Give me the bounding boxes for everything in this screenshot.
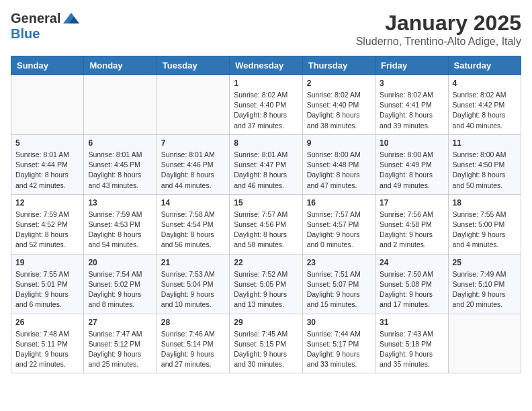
sunrise-text: Sunrise: 8:02 AM [307, 91, 361, 99]
sunset-text: Sunset: 4:54 PM [161, 220, 214, 228]
sunrise-text: Sunrise: 7:49 AM [453, 270, 506, 278]
sunset-text: Sunset: 5:18 PM [380, 340, 432, 348]
sunset-text: Sunset: 4:45 PM [88, 161, 140, 169]
day-info: Sunrise: 7:57 AM Sunset: 4:57 PM Dayligh… [307, 210, 371, 250]
daylight-text: Daylight: 8 hours and 47 minutes. [307, 171, 360, 189]
sunset-text: Sunset: 4:58 PM [380, 220, 432, 228]
sunset-text: Sunset: 5:00 PM [453, 220, 505, 228]
sunset-text: Sunset: 4:48 PM [307, 161, 359, 169]
sunset-text: Sunset: 5:12 PM [88, 340, 140, 348]
day-info: Sunrise: 8:02 AM Sunset: 4:41 PM Dayligh… [380, 90, 443, 131]
daylight-text: Daylight: 8 hours and 44 minutes. [161, 171, 214, 189]
day-info: Sunrise: 7:54 AM Sunset: 5:02 PM Dayligh… [88, 269, 152, 310]
day-number: 5 [15, 138, 79, 148]
calendar-cell: 9 Sunrise: 8:00 AM Sunset: 4:48 PM Dayli… [302, 134, 375, 194]
weekday-header: Wednesday [230, 56, 302, 75]
daylight-text: Daylight: 9 hours and 8 minutes. [88, 290, 141, 308]
day-info: Sunrise: 7:56 AM Sunset: 4:58 PM Dayligh… [380, 210, 443, 250]
sunset-text: Sunset: 4:40 PM [307, 101, 359, 109]
day-number: 13 [88, 198, 152, 208]
calendar-cell: 11 Sunrise: 8:00 AM Sunset: 4:50 PM Dayl… [448, 134, 521, 194]
weekday-header: Thursday [302, 56, 375, 75]
sunset-text: Sunset: 5:10 PM [453, 280, 505, 288]
sunset-text: Sunset: 4:53 PM [88, 220, 140, 228]
day-number: 1 [234, 79, 298, 88]
calendar-cell: 12 Sunrise: 7:59 AM Sunset: 4:52 PM Dayl… [11, 194, 84, 254]
logo-icon [62, 11, 81, 26]
calendar-cell: 3 Sunrise: 8:02 AM Sunset: 4:41 PM Dayli… [375, 75, 448, 135]
day-info: Sunrise: 7:52 AM Sunset: 5:05 PM Dayligh… [234, 269, 298, 310]
calendar-cell: 19 Sunrise: 7:55 AM Sunset: 5:01 PM Dayl… [11, 254, 84, 314]
calendar-cell: 8 Sunrise: 8:01 AM Sunset: 4:47 PM Dayli… [230, 134, 302, 194]
sunrise-text: Sunrise: 7:56 AM [380, 210, 433, 218]
sunset-text: Sunset: 4:50 PM [453, 161, 505, 169]
day-info: Sunrise: 8:01 AM Sunset: 4:46 PM Dayligh… [161, 150, 225, 191]
daylight-text: Daylight: 9 hours and 15 minutes. [307, 290, 360, 308]
calendar-cell [157, 75, 229, 135]
weekday-header: Sunday [11, 56, 84, 75]
daylight-text: Daylight: 9 hours and 25 minutes. [88, 350, 141, 368]
calendar-cell: 17 Sunrise: 7:56 AM Sunset: 4:58 PM Dayl… [375, 194, 448, 254]
day-info: Sunrise: 7:46 AM Sunset: 5:14 PM Dayligh… [161, 329, 225, 370]
day-info: Sunrise: 7:57 AM Sunset: 4:56 PM Dayligh… [234, 210, 298, 250]
sunset-text: Sunset: 5:11 PM [15, 340, 68, 348]
day-info: Sunrise: 8:01 AM Sunset: 4:44 PM Dayligh… [15, 150, 79, 191]
day-info: Sunrise: 7:43 AM Sunset: 5:18 PM Dayligh… [380, 329, 443, 370]
daylight-text: Daylight: 8 hours and 56 minutes. [161, 230, 214, 248]
day-info: Sunrise: 7:48 AM Sunset: 5:11 PM Dayligh… [15, 329, 79, 370]
sunrise-text: Sunrise: 7:59 AM [15, 210, 69, 218]
calendar-cell: 30 Sunrise: 7:44 AM Sunset: 5:17 PM Dayl… [302, 314, 375, 373]
calendar-week-row: 5 Sunrise: 8:01 AM Sunset: 4:44 PM Dayli… [11, 134, 521, 194]
calendar-table: SundayMondayTuesdayWednesdayThursdayFrid… [11, 56, 521, 373]
daylight-text: Daylight: 8 hours and 46 minutes. [234, 171, 287, 189]
day-info: Sunrise: 7:55 AM Sunset: 5:01 PM Dayligh… [15, 269, 79, 310]
sunrise-text: Sunrise: 7:50 AM [380, 270, 433, 278]
day-number: 29 [234, 318, 298, 327]
sunrise-text: Sunrise: 8:01 AM [15, 150, 69, 158]
day-number: 14 [161, 198, 225, 208]
sunrise-text: Sunrise: 7:47 AM [88, 330, 142, 338]
calendar-cell: 22 Sunrise: 7:52 AM Sunset: 5:05 PM Dayl… [230, 254, 302, 314]
calendar-cell: 15 Sunrise: 7:57 AM Sunset: 4:56 PM Dayl… [230, 194, 302, 254]
calendar-cell: 16 Sunrise: 7:57 AM Sunset: 4:57 PM Dayl… [302, 194, 375, 254]
day-info: Sunrise: 7:47 AM Sunset: 5:12 PM Dayligh… [88, 329, 152, 370]
daylight-text: Daylight: 8 hours and 38 minutes. [307, 111, 360, 129]
day-number: 25 [453, 258, 517, 267]
day-number: 30 [307, 318, 371, 327]
day-info: Sunrise: 8:00 AM Sunset: 4:50 PM Dayligh… [453, 150, 517, 191]
day-info: Sunrise: 8:01 AM Sunset: 4:47 PM Dayligh… [234, 150, 298, 191]
sunrise-text: Sunrise: 7:43 AM [380, 330, 433, 338]
daylight-text: Daylight: 8 hours and 39 minutes. [380, 111, 433, 129]
sunrise-text: Sunrise: 7:59 AM [88, 210, 142, 218]
daylight-text: Daylight: 8 hours and 37 minutes. [234, 111, 287, 129]
daylight-text: Daylight: 8 hours and 43 minutes. [88, 171, 141, 189]
daylight-text: Daylight: 9 hours and 13 minutes. [234, 290, 287, 308]
day-number: 4 [453, 79, 517, 88]
day-info: Sunrise: 8:02 AM Sunset: 4:40 PM Dayligh… [307, 90, 371, 131]
sunrise-text: Sunrise: 8:01 AM [234, 150, 287, 158]
sunrise-text: Sunrise: 7:46 AM [161, 330, 215, 338]
sunrise-text: Sunrise: 8:00 AM [380, 150, 433, 158]
daylight-text: Daylight: 9 hours and 17 minutes. [380, 290, 433, 308]
day-info: Sunrise: 8:00 AM Sunset: 4:48 PM Dayligh… [307, 150, 371, 191]
sunset-text: Sunset: 4:57 PM [307, 220, 359, 228]
calendar-cell: 26 Sunrise: 7:48 AM Sunset: 5:11 PM Dayl… [11, 314, 84, 373]
day-info: Sunrise: 7:59 AM Sunset: 4:53 PM Dayligh… [88, 210, 152, 250]
sunrise-text: Sunrise: 7:51 AM [307, 270, 361, 278]
sunrise-text: Sunrise: 8:02 AM [453, 91, 506, 99]
sunset-text: Sunset: 5:08 PM [380, 280, 432, 288]
daylight-text: Daylight: 8 hours and 58 minutes. [234, 230, 287, 248]
sunset-text: Sunset: 4:40 PM [234, 101, 286, 109]
weekday-header: Monday [84, 56, 157, 75]
calendar-cell: 29 Sunrise: 7:45 AM Sunset: 5:15 PM Dayl… [230, 314, 302, 373]
weekday-header: Friday [375, 56, 448, 75]
day-info: Sunrise: 7:50 AM Sunset: 5:08 PM Dayligh… [380, 269, 443, 310]
sunrise-text: Sunrise: 7:58 AM [161, 210, 215, 218]
sunrise-text: Sunrise: 8:01 AM [161, 150, 215, 158]
sunrise-text: Sunrise: 7:48 AM [15, 330, 69, 338]
daylight-text: Daylight: 9 hours and 10 minutes. [161, 290, 214, 308]
day-number: 18 [453, 198, 517, 208]
calendar-cell [84, 75, 157, 135]
calendar-week-row: 19 Sunrise: 7:55 AM Sunset: 5:01 PM Dayl… [11, 254, 521, 314]
daylight-text: Daylight: 8 hours and 42 minutes. [15, 171, 69, 189]
